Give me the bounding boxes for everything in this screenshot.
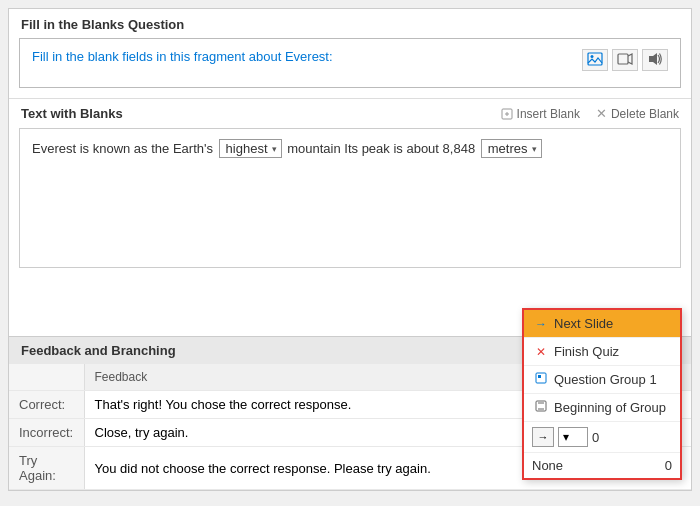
beginning-of-group-label: Beginning of Group <box>554 400 666 415</box>
header-actions: Insert Blank ✕ Delete Blank <box>501 106 679 121</box>
next-slide-label: Next Slide <box>554 316 613 331</box>
text-blanks-title: Text with Blanks <box>21 106 123 121</box>
incorrect-label: Incorrect: <box>9 419 84 447</box>
branching-dropdown-popup: → Next Slide ✕ Finish Quiz Question Grou… <box>522 308 682 480</box>
popup-last-row: None 0 <box>524 453 680 478</box>
blank1-dropdown[interactable]: highest tallest largest ▾ <box>219 139 282 158</box>
popup-item-question-group[interactable]: Question Group 1 <box>524 366 680 394</box>
popup-last-number: 0 <box>665 458 672 473</box>
audio-icon <box>647 52 663 68</box>
image-icon-btn[interactable] <box>582 49 608 71</box>
text-blanks-content: Everest is known as the Earth's highest … <box>19 128 681 268</box>
blank2-select[interactable]: metres feet km <box>484 141 532 156</box>
blank1-arrow-icon: ▾ <box>272 144 279 154</box>
popup-item-next-slide[interactable]: → Next Slide <box>524 310 680 338</box>
question-group-icon <box>534 372 548 387</box>
popup-none-label: None <box>532 458 661 473</box>
question-group-label: Question Group 1 <box>554 372 657 387</box>
text-between-blanks: mountain Its peak is about 8,848 <box>287 141 475 156</box>
instructions-text: Fill in the blank fields in this fragmen… <box>32 49 582 64</box>
try-again-label: Try Again: <box>9 447 84 490</box>
blank2-dropdown[interactable]: metres feet km ▾ <box>481 139 542 158</box>
image-icon <box>587 52 603 68</box>
audio-icon-btn[interactable] <box>642 49 668 71</box>
svg-rect-8 <box>538 375 541 378</box>
next-slide-icon: → <box>534 317 548 331</box>
incorrect-text: Close, try again. <box>95 425 189 440</box>
delete-blank-link[interactable]: ✕ Delete Blank <box>596 106 679 121</box>
text-blanks-header: Text with Blanks Insert Blank ✕ Delete B… <box>9 99 691 128</box>
finish-quiz-label: Finish Quiz <box>554 344 619 359</box>
popup-bottom-row: → ▾ 0 <box>524 422 680 453</box>
svg-rect-2 <box>618 54 628 64</box>
insert-blank-label: Insert Blank <box>517 107 580 121</box>
blank1-select[interactable]: highest tallest largest <box>222 141 272 156</box>
svg-point-1 <box>591 55 594 58</box>
instructions-icons <box>582 49 668 71</box>
instructions-box: Fill in the blank fields in this fragmen… <box>19 38 681 88</box>
insert-blank-link[interactable]: Insert Blank <box>501 107 580 121</box>
blank2-arrow-icon: ▾ <box>532 144 539 154</box>
popup-select[interactable]: ▾ <box>558 427 588 447</box>
delete-blank-label: Delete Blank <box>611 107 679 121</box>
empty-cell <box>9 364 84 391</box>
media-icon <box>617 52 633 68</box>
correct-label: Correct: <box>9 391 84 419</box>
popup-item-finish-quiz[interactable]: ✕ Finish Quiz <box>524 338 680 366</box>
text-before-blank1: Everest is known as the Earth's <box>32 141 213 156</box>
popup-item-beginning-of-group[interactable]: Beginning of Group <box>524 394 680 422</box>
try-again-text: You did not choose the correct response.… <box>95 461 431 476</box>
svg-rect-0 <box>588 53 602 65</box>
popup-arrow-btn[interactable]: → <box>532 427 554 447</box>
beginning-of-group-icon <box>534 400 548 415</box>
media-icon-btn[interactable] <box>612 49 638 71</box>
svg-marker-3 <box>649 53 657 65</box>
popup-number: 0 <box>592 430 599 445</box>
correct-text: That's right! You chose the correct resp… <box>95 397 352 412</box>
finish-quiz-icon: ✕ <box>534 345 548 359</box>
page-title: Fill in the Blanks Question <box>9 9 691 38</box>
